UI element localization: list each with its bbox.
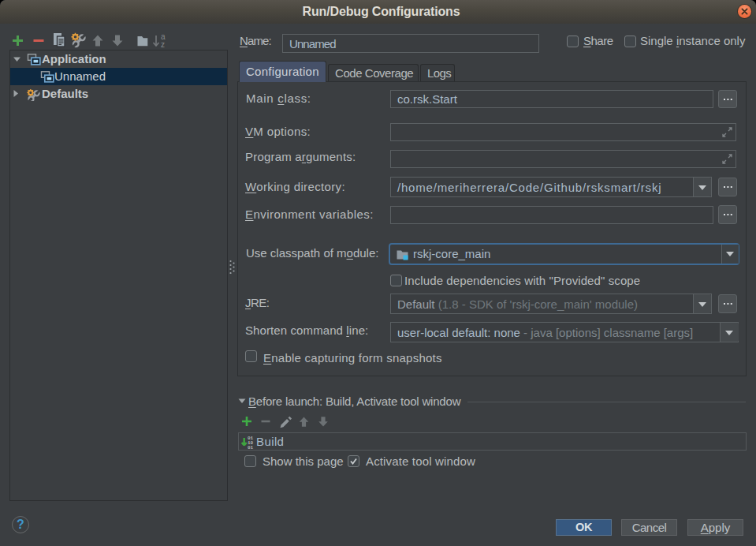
svg-text:01: 01	[248, 445, 254, 449]
svg-text:z: z	[161, 40, 165, 49]
